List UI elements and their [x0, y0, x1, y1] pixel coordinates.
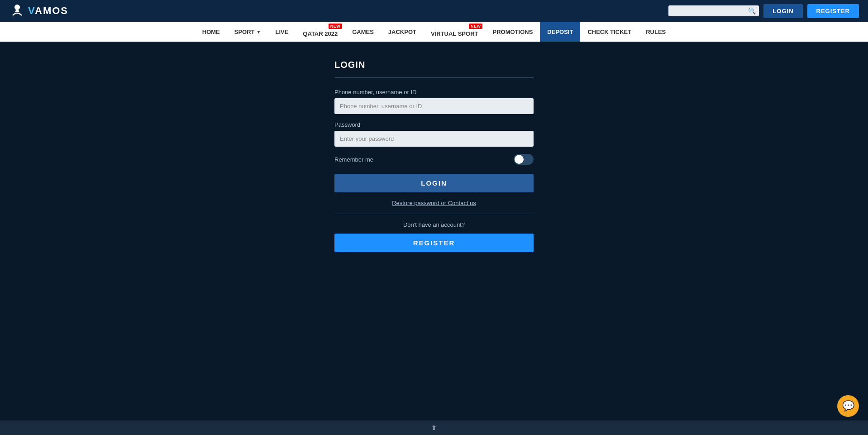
badge-new-virtual: NEW [469, 24, 483, 29]
password-input[interactable] [334, 131, 534, 147]
header: VAMOS 🔍 LOGIN REGISTER [0, 0, 868, 22]
search-icon: 🔍 [748, 7, 756, 14]
nav: HOME SPORT ▼ LIVE NEW QATAR 2022 GAMES J… [0, 22, 868, 42]
page-title: LOGIN [334, 60, 534, 70]
password-group: Password [334, 121, 534, 147]
logo-text: VAMOS [28, 5, 68, 17]
password-label: Password [334, 121, 534, 128]
divider-bottom [334, 214, 534, 214]
sidebar-item-check-ticket[interactable]: CHECK TICKET [580, 22, 639, 42]
divider-top [334, 77, 534, 78]
footer: ⇧ [0, 421, 868, 435]
chat-button[interactable]: 💬 [837, 395, 859, 417]
sidebar-item-games[interactable]: GAMES [345, 22, 381, 42]
logo[interactable]: VAMOS [9, 3, 68, 19]
sidebar-item-home[interactable]: HOME [195, 22, 227, 42]
login-button-header[interactable]: LOGIN [763, 4, 802, 18]
chevron-down-icon: ▼ [257, 29, 261, 34]
register-button-header[interactable]: REGISTER [807, 4, 859, 18]
restore-password-link[interactable]: Restore password or Contact us [334, 200, 534, 206]
sidebar-item-deposit[interactable]: DEPOSIT [540, 22, 580, 42]
username-input[interactable] [334, 98, 534, 114]
remember-toggle[interactable] [514, 154, 534, 165]
remember-label: Remember me [334, 156, 373, 163]
register-button-main[interactable]: REGISTER [334, 234, 534, 252]
no-account-text: Don't have an account? [334, 221, 534, 228]
username-group: Phone number, username or ID [334, 89, 534, 114]
main-content: LOGIN Phone number, username or ID Passw… [0, 42, 868, 270]
scroll-up-icon[interactable]: ⇧ [431, 424, 437, 431]
sidebar-item-live[interactable]: LIVE [268, 22, 296, 42]
remember-row: Remember me [334, 154, 534, 165]
toggle-thumb [515, 155, 524, 164]
login-button-main[interactable]: LOGIN [334, 174, 534, 192]
header-right: 🔍 LOGIN REGISTER [668, 4, 859, 18]
logo-icon [9, 3, 25, 19]
sidebar-item-rules[interactable]: RULES [639, 22, 673, 42]
badge-new-qatar: NEW [329, 24, 343, 29]
sidebar-item-jackpot[interactable]: JACKPOT [381, 22, 424, 42]
search-input[interactable] [672, 8, 748, 14]
sidebar-item-sport[interactable]: SPORT ▼ [227, 22, 268, 42]
sidebar-item-promotions[interactable]: PROMOTIONS [485, 22, 540, 42]
login-card: LOGIN Phone number, username or ID Passw… [334, 60, 534, 252]
username-label: Phone number, username or ID [334, 89, 534, 96]
search-bar[interactable]: 🔍 [668, 5, 759, 16]
sidebar-item-qatar[interactable]: NEW QATAR 2022 [296, 22, 345, 42]
sidebar-item-virtual-sport[interactable]: NEW VIRTUAL SPORT [424, 22, 486, 42]
